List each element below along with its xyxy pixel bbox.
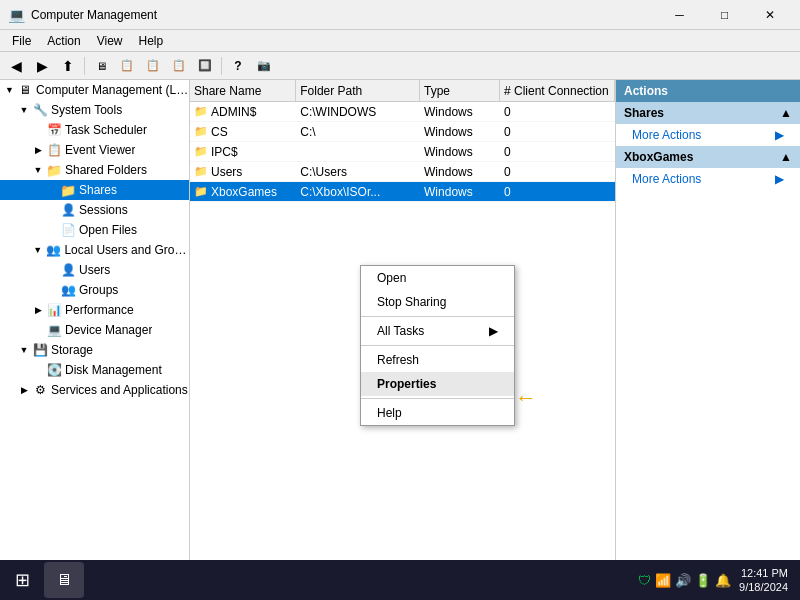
table-row-selected[interactable]: 📁 XboxGames C:\Xbox\ISOr... Windows 0 xyxy=(190,182,615,202)
actions-xboxgames-title[interactable]: XboxGames ▲ xyxy=(616,146,800,168)
expand-storage[interactable]: ▼ xyxy=(16,345,32,355)
xboxgames-collapse-icon: ▲ xyxy=(780,150,792,164)
col-header-clients[interactable]: # Client Connection xyxy=(500,80,615,101)
shares-more-actions-link[interactable]: More Actions ▶ xyxy=(616,124,800,146)
tree-open-files[interactable]: ▶ 📄 Open Files xyxy=(0,220,189,240)
tree-users[interactable]: ▶ 👤 Users xyxy=(0,260,189,280)
expand-system[interactable]: ▼ xyxy=(16,105,32,115)
table-header: Share Name Folder Path Type # Client Con… xyxy=(190,80,615,102)
table-row[interactable]: 📁 CS C:\ Windows 0 xyxy=(190,122,615,142)
menu-view[interactable]: View xyxy=(89,32,131,50)
tree-shared-folders[interactable]: ▼ 📁 Shared Folders xyxy=(0,160,189,180)
maximize-button[interactable]: □ xyxy=(702,0,747,30)
tree-task-scheduler[interactable]: ▶ 📅 Task Scheduler xyxy=(0,120,189,140)
cell-clients-0: 0 xyxy=(500,105,615,119)
ctx-all-tasks[interactable]: All Tasks ▶ xyxy=(361,319,514,343)
services-icon: ⚙ xyxy=(32,382,48,398)
toolbar-btn1[interactable]: 🖥 xyxy=(89,55,113,77)
xboxgames-more-actions-arrow: ▶ xyxy=(775,172,784,186)
table-row[interactable]: 📁 IPC$ Windows 0 xyxy=(190,142,615,162)
notification-icon[interactable]: 🔔 xyxy=(715,573,731,588)
toolbar-btn6[interactable]: 📷 xyxy=(252,55,276,77)
expand-ev[interactable]: ▶ xyxy=(30,145,46,155)
toolbar-forward[interactable]: ▶ xyxy=(30,55,54,77)
more-actions-arrow-icon: ▶ xyxy=(775,128,784,142)
toolbar-btn3[interactable]: 📋 xyxy=(141,55,165,77)
users-icon: 👤 xyxy=(60,262,76,278)
tree-disk-mgmt[interactable]: ▶ 💽 Disk Management xyxy=(0,360,189,380)
shares-section-label: Shares xyxy=(624,106,664,120)
xboxgames-section-label: XboxGames xyxy=(624,150,693,164)
minimize-button[interactable]: ─ xyxy=(657,0,702,30)
start-button[interactable]: ⊞ xyxy=(4,562,40,598)
volume-icon: 🔊 xyxy=(675,573,691,588)
expand-root[interactable]: ▼ xyxy=(2,85,17,95)
cell-path-0: C:\WINDOWS xyxy=(296,105,420,119)
tree-root-label: Computer Management (Local xyxy=(36,83,189,97)
tree-services-apps[interactable]: ▶ ⚙ Services and Applications xyxy=(0,380,189,400)
tree-users-label: Users xyxy=(79,263,110,277)
cell-clients-3: 0 xyxy=(500,165,615,179)
ctx-refresh[interactable]: Refresh xyxy=(361,348,514,372)
actions-title[interactable]: Actions xyxy=(616,80,800,102)
toolbar-help[interactable]: ? xyxy=(226,55,250,77)
storage-icon: 💾 xyxy=(32,342,48,358)
cell-share-0: 📁 ADMIN$ xyxy=(190,105,296,119)
ctx-properties[interactable]: Properties xyxy=(361,372,514,396)
tree-storage[interactable]: ▼ 💾 Storage xyxy=(0,340,189,360)
toolbar-btn5[interactable]: 🔲 xyxy=(193,55,217,77)
col-header-type[interactable]: Type xyxy=(420,80,500,101)
tree-system-tools[interactable]: ▼ 🔧 System Tools xyxy=(0,100,189,120)
cell-clients-1: 0 xyxy=(500,125,615,139)
tree-device-manager[interactable]: ▶ 💻 Device Manager xyxy=(0,320,189,340)
xboxgames-more-actions-link[interactable]: More Actions ▶ xyxy=(616,168,800,190)
tree-shares[interactable]: ▶ 📁 Shares xyxy=(0,180,189,200)
sessions-icon: 👤 xyxy=(60,202,76,218)
ctx-stop-sharing[interactable]: Stop Sharing xyxy=(361,290,514,314)
shares-collapse-icon: ▲ xyxy=(780,106,792,120)
menu-action[interactable]: Action xyxy=(39,32,88,50)
toolbar-back[interactable]: ◀ xyxy=(4,55,28,77)
close-button[interactable]: ✕ xyxy=(747,0,792,30)
col-header-share[interactable]: Share Name xyxy=(190,80,296,101)
system-tools-icon: 🔧 xyxy=(32,102,48,118)
cell-clients-4: 0 xyxy=(500,185,615,199)
performance-icon: 📊 xyxy=(46,302,62,318)
share-icon-0: 📁 xyxy=(194,105,208,118)
toolbar-sep1 xyxy=(84,57,85,75)
table-row[interactable]: 📁 ADMIN$ C:\WINDOWS Windows 0 xyxy=(190,102,615,122)
col-header-path[interactable]: Folder Path xyxy=(296,80,420,101)
expand-svc[interactable]: ▶ xyxy=(16,385,32,395)
actions-shares-title[interactable]: Shares ▲ xyxy=(616,102,800,124)
menu-help[interactable]: Help xyxy=(131,32,172,50)
taskbar-clock[interactable]: 12:41 PM 9/18/2024 xyxy=(739,566,788,595)
properties-arrow: ← xyxy=(515,385,537,411)
toolbar-btn2[interactable]: 📋 xyxy=(115,55,139,77)
cell-path-3: C:\Users xyxy=(296,165,420,179)
tree-sessions[interactable]: ▶ 👤 Sessions xyxy=(0,200,189,220)
tree-groups[interactable]: ▶ 👥 Groups xyxy=(0,280,189,300)
event-viewer-icon: 📋 xyxy=(46,142,62,158)
table-row[interactable]: 📁 Users C:\Users Windows 0 xyxy=(190,162,615,182)
tree-open-files-label: Open Files xyxy=(79,223,137,237)
taskbar-app-icon: 🖥 xyxy=(56,571,72,589)
cell-share-4: 📁 XboxGames xyxy=(190,185,296,199)
title-bar-title: Computer Management xyxy=(31,8,657,22)
taskbar-app-button[interactable]: 🖥 xyxy=(44,562,84,598)
tree-root[interactable]: ▼ 🖥 Computer Management (Local xyxy=(0,80,189,100)
cell-type-0: Windows xyxy=(420,105,500,119)
ctx-help[interactable]: Help xyxy=(361,401,514,425)
expand-lu[interactable]: ▼ xyxy=(30,245,45,255)
tree-services-apps-label: Services and Applications xyxy=(51,383,188,397)
tree-local-users[interactable]: ▼ 👥 Local Users and Groups xyxy=(0,240,189,260)
expand-sf[interactable]: ▼ xyxy=(30,165,46,175)
cell-path-4: C:\Xbox\ISOr... xyxy=(296,185,420,199)
expand-perf[interactable]: ▶ xyxy=(30,305,46,315)
task-scheduler-icon: 📅 xyxy=(46,122,62,138)
toolbar-up[interactable]: ⬆ xyxy=(56,55,80,77)
menu-file[interactable]: File xyxy=(4,32,39,50)
toolbar-btn4[interactable]: 📋 xyxy=(167,55,191,77)
ctx-open[interactable]: Open xyxy=(361,266,514,290)
tree-performance[interactable]: ▶ 📊 Performance xyxy=(0,300,189,320)
tree-event-viewer[interactable]: ▶ 📋 Event Viewer xyxy=(0,140,189,160)
